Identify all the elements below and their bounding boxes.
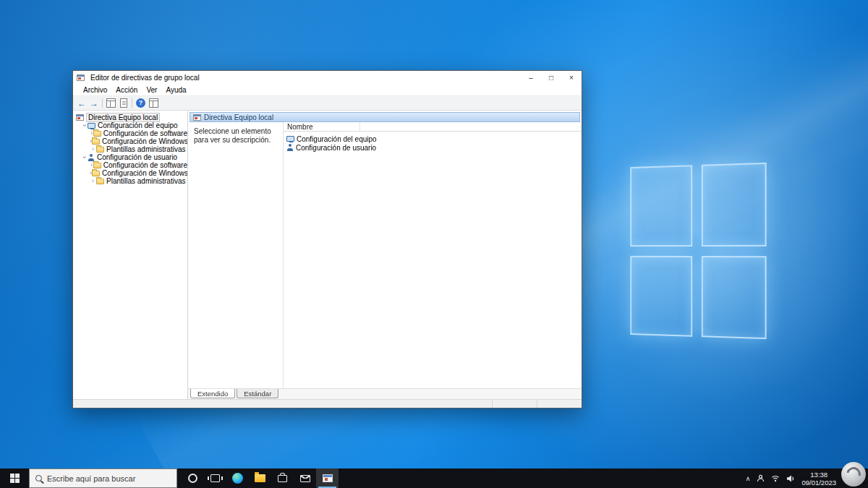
search-icon [35,475,42,481]
search-placeholder: Escribe aquí para buscar [47,474,135,483]
result-pane-title: Directiva Equipo local [204,114,273,121]
status-bar [73,399,582,408]
tree-item-root[interactable]: Directiva Equipo local [73,114,187,121]
mail-button[interactable] [294,468,316,488]
windows-start-icon [10,474,20,483]
mail-icon [300,475,310,482]
minimize-button[interactable]: – [521,71,541,85]
chevron-down-icon[interactable]: › [81,122,88,129]
new-window-icon[interactable] [149,98,158,108]
computer-icon [88,123,95,129]
store-icon [278,475,287,482]
console-icon [193,114,201,121]
menu-archivo[interactable]: Archivo [79,86,111,94]
tree-item-config-windows-usuario[interactable]: › Configuración de Windows [73,169,187,177]
description-panel: Seleccione un elemento para ver su descr… [188,122,284,388]
list-item-label: Configuración del equipo [297,135,377,143]
folder-icon [93,163,101,168]
task-view-button[interactable] [204,468,226,488]
store-button[interactable] [271,468,294,488]
chevron-right-icon[interactable]: › [90,178,96,184]
window-titlebar[interactable]: Editor de directivas de grupo local – □ … [73,71,582,85]
folder-icon [96,147,104,153]
result-pane-header: Directiva Equipo local [190,112,580,122]
list-item-config-equipo[interactable]: Configuración del equipo [284,134,582,143]
result-pane-body: Seleccione un elemento para ver su descr… [188,122,582,388]
start-button[interactable] [0,468,29,488]
cortana-icon [188,474,197,483]
result-pane: Directiva Equipo local Seleccione un ele… [188,111,582,399]
tree-item-label: Configuración de usuario [97,153,177,161]
tree-item-config-software[interactable]: › Configuración de software [73,129,187,137]
list-item-label: Configuración de usuario [296,144,376,152]
tree-item-config-equipo[interactable]: › Configuración del equipo [73,121,187,129]
file-explorer-button[interactable] [249,468,271,488]
export-list-icon[interactable] [120,98,127,108]
tree-item-label: Configuración de Windows [102,137,188,145]
close-button[interactable]: × [561,71,582,85]
tab-extendido[interactable]: Extendido [190,389,235,398]
contact-icon[interactable] [757,474,765,482]
tab-estandar[interactable]: Estándar [237,389,278,398]
clock-time: 13:38 [801,471,836,479]
edge-button[interactable] [226,468,249,488]
folder-icon [92,139,100,145]
toolbar: ← → ? [73,96,582,111]
status-cell [537,400,582,408]
console-tree-icon[interactable] [106,98,116,108]
windows-logo-pane [701,163,766,247]
volume-icon[interactable] [786,474,795,483]
console-tree-pane: Directiva Equipo local › Configuración d… [73,111,188,399]
console-window-icon [323,474,333,482]
edge-icon [232,473,243,484]
taskbar-clock[interactable]: 13:38 09/01/2023 [801,471,836,487]
toolbar-separator [102,98,103,108]
chevron-down-icon[interactable]: › [81,154,88,160]
tree-item-plantillas-admin[interactable]: › Plantillas administrativas [73,145,187,153]
menu-ayuda[interactable]: Ayuda [161,86,190,94]
back-icon[interactable]: ← [77,99,86,108]
tree-item-config-windows[interactable]: › Configuración de Windows [73,137,187,145]
windows-logo-pane [701,256,766,340]
tree-item-label: Plantillas administrativas [106,145,186,153]
gpedit-taskbar-button[interactable] [316,468,339,488]
chevron-right-icon[interactable]: › [90,146,96,153]
items-list: Nombre Configuración del equipo Configur… [284,122,582,388]
toolbar-separator [132,98,132,108]
folder-icon [93,131,101,137]
list-header-row: Nombre [284,122,582,132]
maximize-button[interactable]: □ [541,71,561,85]
column-header-nombre[interactable]: Nombre [284,122,360,131]
computer-icon [286,136,294,142]
network-icon[interactable] [771,474,780,482]
tree-item-label: Configuración de Windows [102,169,188,177]
menu-accion[interactable]: Acción [111,86,142,94]
list-item-config-usuario[interactable]: Configuración de usuario [284,143,582,152]
menu-bar: Archivo Acción Ver Ayuda [73,85,582,96]
user-icon [286,144,294,151]
tree-item-config-software-usuario[interactable]: › Configuración de software [73,161,187,169]
tree-item-label: Configuración de software [103,129,187,137]
folder-icon [92,171,100,176]
app-icon [77,74,85,81]
menu-ver[interactable]: Ver [142,86,161,94]
tree-item-config-usuario[interactable]: › Configuración de usuario [73,153,187,161]
taskbar-app-icons [182,468,339,488]
hidden-icons-chevron[interactable]: ∧ [746,475,751,482]
folder-icon [255,474,265,482]
cortana-button[interactable] [182,468,204,488]
tree-item-plantillas-admin-usuario[interactable]: › Plantillas administrativas [73,177,187,185]
view-tabs: Extendido Estándar [188,388,582,399]
windows-logo-pane [630,255,692,336]
help-icon[interactable]: ? [136,98,145,108]
task-view-icon [210,474,220,482]
window-title: Editor de directivas de grupo local [90,74,200,82]
forward-icon[interactable]: → [90,99,98,108]
taskbar: Escribe aquí para buscar ∧ 13:38 09/01/2… [0,468,868,488]
clock-date: 09/01/2023 [801,479,836,487]
console-icon [76,114,84,121]
taskbar-search-box[interactable]: Escribe aquí para buscar [29,468,177,488]
window-content: Directiva Equipo local › Configuración d… [73,111,582,399]
tree-item-label: Configuración de software [103,161,187,169]
tree-item-label: Plantillas administrativas [106,177,186,185]
